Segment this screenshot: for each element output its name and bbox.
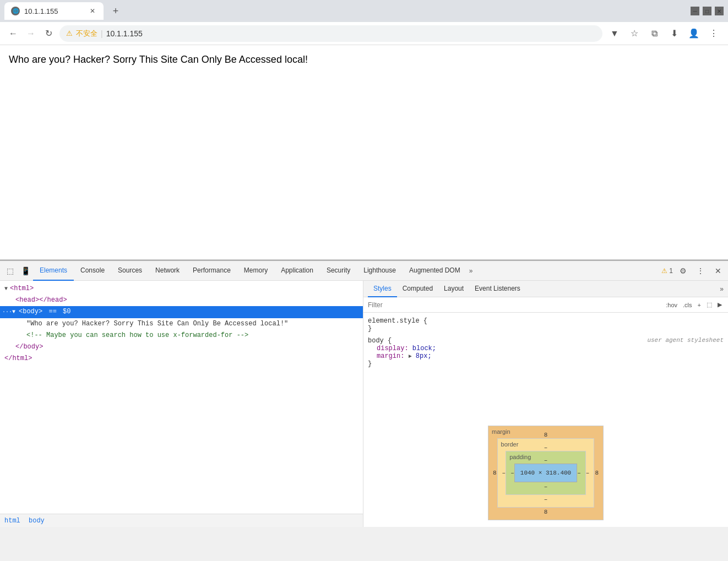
border-top-value: – [544, 444, 548, 451]
close-button[interactable]: ✕ [715, 7, 724, 15]
back-button[interactable]: ← [7, 27, 20, 40]
dom-line-body-close[interactable]: </body> [4, 341, 358, 353]
window-controls: ─ □ ✕ [691, 7, 724, 15]
device-toggle-button[interactable]: 📱 [18, 263, 33, 279]
add-style-button[interactable]: + [696, 302, 703, 308]
box-border: border – – padding – [497, 438, 595, 508]
expand-body-arrow[interactable]: ▼ [12, 308, 15, 317]
margin-left-value: 8 [493, 470, 497, 476]
url-bar[interactable]: ⚠ 不安全 | 10.1.1.155 [59, 25, 602, 42]
tab-augmented-dom[interactable]: Augmented DOM [403, 261, 467, 281]
tab-network[interactable]: Network [149, 261, 186, 281]
box-content-size: 1040 × 318.400 [514, 464, 577, 482]
maximize-button[interactable]: □ [703, 7, 711, 15]
dom-line-head[interactable]: <head></head> [4, 295, 358, 306]
margin-label: margin [492, 428, 510, 435]
styles-filter-controls: :hov .cls + ⬚ ▶ [664, 301, 724, 308]
tab-memory[interactable]: Memory [237, 261, 274, 281]
border-left-value: – [502, 470, 506, 476]
more-tabs-button[interactable]: » [467, 267, 475, 275]
user-agent-comment: user agent stylesheet [647, 337, 724, 344]
styles-tab-computed[interactable]: Computed [397, 281, 438, 297]
layout-style-button[interactable]: ⬚ [705, 301, 714, 308]
forward-button[interactable]: → [24, 27, 37, 40]
inspect-element-button[interactable]: ⬚ [2, 263, 18, 279]
devtools-body: ▼ <html> <head></head> ··· ▼ <body> == $… [0, 281, 728, 527]
warn-count: 1 [669, 267, 673, 275]
styles-tab-styles[interactable]: Styles [368, 281, 397, 297]
devtools-more-button[interactable]: ⋮ [693, 263, 708, 279]
security-text: 不安全 [76, 29, 97, 39]
margin-top-value: 8 [544, 432, 548, 438]
padding-right-value: – [577, 470, 581, 476]
hov-filter-button[interactable]: :hov [664, 302, 679, 308]
expand-html-arrow[interactable]: ▼ [4, 285, 8, 293]
dom-tree[interactable]: ▼ <html> <head></head> ··· ▼ <body> == $… [0, 281, 363, 514]
dom-line-comment[interactable]: <!-- Maybe you can search how to use x-f… [4, 330, 358, 341]
styles-tab-layout[interactable]: Layout [438, 281, 469, 297]
style-rule-body: body { user agent stylesheet display: bl… [368, 337, 724, 368]
styles-content: element.style { } body { user agent styl… [363, 313, 728, 419]
ellipsis-icon: ··· [2, 308, 10, 317]
border-bottom-value: – [544, 496, 548, 503]
tab-elements[interactable]: Elements [33, 261, 74, 281]
styles-tabs: Styles Computed Layout Event Listeners » [363, 281, 728, 297]
bookmark-button[interactable]: ☆ [627, 26, 642, 41]
styles-filter-input[interactable] [368, 301, 662, 309]
profile-button[interactable]: 👤 [686, 26, 702, 41]
margin-bottom-value: 8 [544, 509, 548, 515]
warning-icon: ⚠ [661, 267, 667, 275]
tab-lighthouse[interactable]: Lighthouse [357, 261, 403, 281]
devtools-right-controls: ⚠ 1 ⚙ ⋮ ✕ [661, 263, 726, 279]
devtools-close-button[interactable]: ✕ [710, 263, 726, 279]
border-right-value: – [586, 470, 590, 476]
box-margin: margin 8 8 border – – [488, 426, 604, 520]
downloads-button[interactable]: ⬇ [666, 26, 682, 41]
styles-panel: Styles Computed Layout Event Listeners »… [363, 281, 728, 527]
tab-favicon: 🌐 [11, 7, 20, 15]
tab-title: 10.1.1.155 [24, 7, 58, 15]
elements-panel: ▼ <html> <head></head> ··· ▼ <body> == $… [0, 281, 363, 527]
padding-label: padding [509, 454, 531, 460]
devtools-settings-button[interactable]: ⚙ [675, 263, 691, 279]
url-separator: | [101, 29, 103, 38]
styles-filter-bar: :hov .cls + ⬚ ▶ [363, 297, 728, 313]
breadcrumb-body[interactable]: body [29, 517, 45, 525]
cls-filter-button[interactable]: .cls [681, 302, 694, 308]
address-bar: ← → ↻ ⚠ 不安全 | 10.1.1.155 ▼ ☆ ⧉ ⬇ 👤 ⋮ [0, 22, 728, 45]
devtools-tab-bar: ⬚ 📱 Elements Console Sources Network Per… [0, 261, 728, 281]
dom-line-text[interactable]: "Who are you? Hacker? Sorry This Site Ca… [4, 318, 358, 330]
tab-application[interactable]: Application [274, 261, 320, 281]
styles-tab-event-listeners[interactable]: Event Listeners [469, 281, 526, 297]
tab-performance[interactable]: Performance [186, 261, 237, 281]
browser-tab[interactable]: 🌐 10.1.1.155 ✕ [4, 2, 104, 20]
more-options-button[interactable]: ⋮ [706, 26, 721, 41]
border-label: border [501, 441, 519, 448]
title-bar: 🌐 10.1.1.155 ✕ + ─ □ ✕ [0, 0, 728, 22]
padding-bottom-value: – [544, 483, 548, 490]
extensions-button[interactable]: ⧉ [646, 26, 662, 41]
tab-close-button[interactable]: ✕ [88, 7, 97, 15]
refresh-button[interactable]: ↻ [42, 27, 55, 40]
tab-console[interactable]: Console [74, 261, 111, 281]
breadcrumb-html[interactable]: html [4, 517, 20, 525]
dom-line-html[interactable]: ▼ <html> [4, 283, 358, 295]
dom-line-html-close[interactable]: </html> [4, 353, 358, 364]
elements-breadcrumb: html body [0, 514, 363, 527]
devtools-profile-button[interactable]: ▼ [607, 26, 622, 41]
tab-sources[interactable]: Sources [111, 261, 149, 281]
style-rule-element: element.style { } [368, 317, 724, 333]
padding-left-value: – [510, 470, 514, 476]
dom-line-body[interactable]: ··· ▼ <body> == $0 [0, 306, 363, 318]
toolbar-icons: ▼ ☆ ⧉ ⬇ 👤 ⋮ [607, 26, 721, 41]
tab-security[interactable]: Security [320, 261, 357, 281]
styles-scroll-button[interactable]: ▶ [716, 301, 724, 308]
padding-top-value: – [544, 457, 548, 464]
warnings-button[interactable]: ⚠ 1 [661, 267, 673, 275]
minimize-button[interactable]: ─ [691, 7, 699, 15]
styles-more-tabs-button[interactable]: » [720, 285, 724, 293]
content-dimensions: 1040 × 318.400 [520, 470, 571, 476]
new-tab-button[interactable]: + [108, 3, 123, 19]
margin-expand-arrow[interactable]: ► [409, 353, 412, 360]
box-padding: padding – – 1040 × 318.400 [506, 451, 586, 495]
